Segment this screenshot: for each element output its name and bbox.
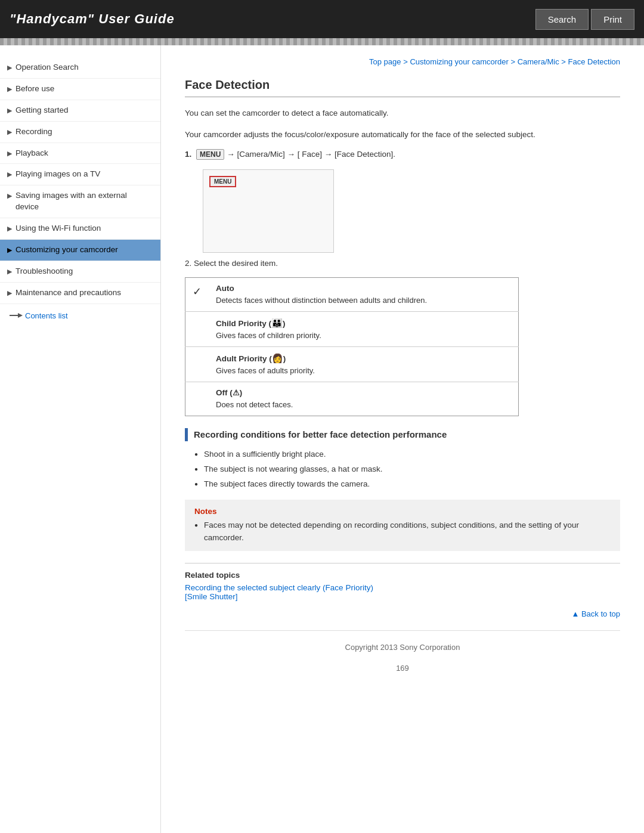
header: "Handycam" User Guide Search Print	[0, 0, 644, 38]
related-title: Related topics	[185, 571, 620, 580]
sidebar-label: Customizing your camcorder	[16, 244, 151, 256]
section-heading-text: Recording conditions for better face det…	[194, 429, 447, 439]
menu-button-screenshot: MENU	[209, 176, 236, 187]
option-title: Auto	[216, 283, 511, 295]
option-check	[185, 346, 209, 382]
sidebar-label: Saving images with an external device	[16, 190, 151, 213]
table-row: Off (⚠) Does not detect faces.	[185, 382, 519, 416]
svg-marker-1	[18, 313, 23, 318]
search-button[interactable]: Search	[535, 9, 589, 30]
sidebar-label: Before use	[16, 83, 151, 95]
sidebar-item-getting-started[interactable]: ▶ Getting started	[0, 100, 160, 122]
breadcrumb-customizing[interactable]: Customizing your camcorder	[410, 57, 508, 66]
arrow-icon: ▶	[7, 63, 12, 72]
intro-text-1: You can set the camcorder to detect a fa…	[185, 107, 620, 120]
arrow-icon: ▶	[7, 224, 12, 233]
option-cell: Child Priority (👪) Gives faces of childr…	[209, 311, 519, 346]
step-1-text: → [Camera/Mic] → [ Face] → [Face Detecti…	[227, 150, 395, 159]
sidebar-label: Maintenance and precautions	[16, 287, 151, 299]
breadcrumb-sep3: >	[559, 57, 568, 66]
option-check	[185, 311, 209, 346]
table-row: ✓ Auto Detects faces without distinction…	[185, 278, 519, 312]
option-title: Child Priority (👪)	[216, 317, 511, 330]
sidebar-label: Playing images on a TV	[16, 169, 151, 180]
list-item: The subject faces directly towards the c…	[194, 478, 620, 490]
intro-text-2: Your camcorder adjusts the focus/color/e…	[185, 128, 620, 141]
notes-list: Faces may not be detected depending on r…	[194, 519, 611, 544]
sidebar: ▶ Operation Search ▶ Before use ▶ Gettin…	[0, 45, 161, 833]
step-number-1: 1.	[185, 150, 191, 159]
header-buttons: Search Print	[535, 9, 634, 30]
section-heading: Recording conditions for better face det…	[185, 428, 620, 441]
breadcrumb-sep2: >	[509, 57, 518, 66]
sidebar-label: Using the Wi-Fi function	[16, 223, 151, 234]
sidebar-item-saving-images[interactable]: ▶ Saving images with an external device	[0, 185, 160, 218]
page-number: 169	[185, 664, 620, 673]
arrow-icon: ▶	[7, 246, 12, 255]
screenshot-image: MENU	[203, 169, 334, 253]
stripe-decoration	[0, 38, 644, 45]
option-cell: Adult Priority (👩) Gives faces of adults…	[209, 346, 519, 382]
sidebar-label: Recording	[16, 126, 151, 138]
step-2: 2. Select the desired item.	[185, 259, 620, 268]
option-desc: Gives faces of children priority.	[216, 330, 511, 342]
breadcrumb: Top page > Customizing your camcorder > …	[185, 57, 620, 66]
notes-title: Notes	[194, 507, 611, 516]
related-topics: Related topics Recording the selected su…	[185, 563, 620, 601]
step-2-text: 2. Select the desired item.	[185, 259, 278, 268]
breadcrumb-top-page[interactable]: Top page	[369, 57, 401, 66]
sidebar-label: Getting started	[16, 105, 151, 116]
breadcrumb-sep1: >	[401, 57, 410, 66]
notes-box: Notes Faces may not be detected dependin…	[185, 500, 620, 551]
related-link-smile-shutter[interactable]: [Smile Shutter]	[185, 592, 620, 601]
arrow-icon: ▶	[7, 267, 12, 276]
note-item: Faces may not be detected depending on r…	[194, 519, 611, 544]
list-item: The subject is not wearing glasses, a ha…	[194, 463, 620, 475]
option-desc: Does not detect faces.	[216, 399, 511, 411]
breadcrumb-face-detection[interactable]: Face Detection	[568, 57, 620, 66]
site-title: "Handycam" User Guide	[10, 11, 175, 27]
step-1: 1. MENU → [Camera/Mic] → [ Face] → [Face…	[185, 149, 620, 160]
arrow-icon: ▶	[7, 191, 12, 200]
main-content: Top page > Customizing your camcorder > …	[161, 45, 644, 833]
arrow-icon: ▶	[7, 128, 12, 137]
contents-list-label: Contents list	[25, 311, 68, 320]
page-title: Face Detection	[185, 78, 620, 97]
option-check	[185, 382, 209, 416]
contents-list-link[interactable]: Contents list	[0, 304, 160, 327]
sidebar-label: Troubleshooting	[16, 266, 151, 277]
sidebar-item-customizing[interactable]: ▶ Customizing your camcorder	[0, 240, 160, 261]
sidebar-label: Playback	[16, 148, 151, 159]
related-link-face-priority[interactable]: Recording the selected subject clearly (…	[185, 583, 620, 592]
option-cell: Auto Detects faces without distinction b…	[209, 278, 519, 312]
menu-key: MENU	[196, 149, 224, 160]
sidebar-item-troubleshooting[interactable]: ▶ Troubleshooting	[0, 261, 160, 283]
footer-copyright: Copyright 2013 Sony Corporation	[185, 630, 620, 658]
arrow-icon: ▶	[7, 149, 12, 158]
option-cell: Off (⚠) Does not detect faces.	[209, 382, 519, 416]
sidebar-item-playing-images[interactable]: ▶ Playing images on a TV	[0, 164, 160, 185]
sidebar-item-playback[interactable]: ▶ Playback	[0, 143, 160, 165]
sidebar-item-maintenance[interactable]: ▶ Maintenance and precautions	[0, 283, 160, 304]
breadcrumb-camera-mic[interactable]: Camera/Mic	[518, 57, 559, 66]
sidebar-item-recording[interactable]: ▶ Recording	[0, 122, 160, 143]
blue-bar-icon	[185, 428, 188, 441]
sidebar-label: Operation Search	[16, 62, 151, 73]
table-row: Adult Priority (👩) Gives faces of adults…	[185, 346, 519, 382]
sidebar-item-operation-search[interactable]: ▶ Operation Search	[0, 57, 160, 79]
options-table: ✓ Auto Detects faces without distinction…	[185, 277, 519, 416]
option-title: Adult Priority (👩)	[216, 352, 511, 366]
arrow-icon: ▶	[7, 289, 12, 298]
arrow-icon: ▶	[7, 170, 12, 179]
bullet-list: Shoot in a sufficiently bright place. Th…	[194, 448, 620, 491]
table-row: Child Priority (👪) Gives faces of childr…	[185, 311, 519, 346]
list-item: Shoot in a sufficiently bright place.	[194, 448, 620, 460]
back-to-top[interactable]: ▲ Back to top	[185, 609, 620, 618]
sidebar-item-before-use[interactable]: ▶ Before use	[0, 79, 160, 100]
option-title: Off (⚠)	[216, 387, 511, 399]
sidebar-item-wifi[interactable]: ▶ Using the Wi-Fi function	[0, 218, 160, 240]
option-check: ✓	[185, 278, 209, 312]
arrow-icon: ▶	[7, 106, 12, 115]
print-button[interactable]: Print	[591, 9, 634, 30]
option-desc: Detects faces without distinction betwee…	[216, 295, 511, 306]
